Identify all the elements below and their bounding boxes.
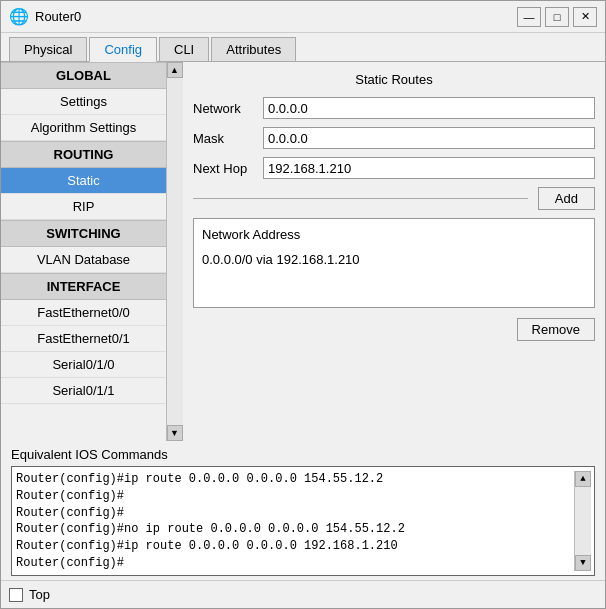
ios-line-4: Router(config)#ip route 0.0.0.0 0.0.0.0 … xyxy=(16,538,574,555)
minimize-button[interactable]: — xyxy=(517,7,541,27)
mask-input[interactable] xyxy=(263,127,595,149)
tab-physical[interactable]: Physical xyxy=(9,37,87,61)
add-button[interactable]: Add xyxy=(538,187,595,210)
ios-commands-label: Equivalent IOS Commands xyxy=(11,447,595,462)
sidebar-group-switching: SWITCHING xyxy=(1,220,166,247)
top-checkbox-item: Top xyxy=(9,587,50,602)
sidebar-scroll-track xyxy=(167,78,183,425)
tab-bar: Physical Config CLI Attributes xyxy=(1,33,605,62)
sidebar-scroll-up[interactable]: ▲ xyxy=(167,62,183,78)
panel-title: Static Routes xyxy=(193,72,595,87)
window-title: Router0 xyxy=(35,9,517,24)
ios-scroll-down[interactable]: ▼ xyxy=(575,555,591,571)
sidebar-group-interface: INTERFACE xyxy=(1,273,166,300)
top-checkbox-label: Top xyxy=(29,587,50,602)
main-window: 🌐 Router0 — □ ✕ Physical Config CLI Attr… xyxy=(0,0,606,609)
mask-row: Mask xyxy=(193,127,595,149)
sidebar-item-serial0-1-1[interactable]: Serial0/1/1 xyxy=(1,378,166,404)
sidebar-item-static[interactable]: Static xyxy=(1,168,166,194)
ios-commands-box: Router(config)#ip route 0.0.0.0 0.0.0.0 … xyxy=(11,466,595,576)
sidebar-item-fastethernet0-0[interactable]: FastEthernet0/0 xyxy=(1,300,166,326)
ios-scrollbar[interactable]: ▲ ▼ xyxy=(574,471,590,571)
tab-attributes[interactable]: Attributes xyxy=(211,37,296,61)
title-bar-buttons: — □ ✕ xyxy=(517,7,597,27)
app-icon: 🌐 xyxy=(9,7,29,27)
top-checkbox[interactable] xyxy=(9,588,23,602)
sidebar-item-serial0-1-0[interactable]: Serial0/1/0 xyxy=(1,352,166,378)
nexthop-input[interactable] xyxy=(263,157,595,179)
ios-line-2: Router(config)# xyxy=(16,505,574,522)
title-bar: 🌐 Router0 — □ ✕ xyxy=(1,1,605,33)
sidebar-group-global: GLOBAL xyxy=(1,62,166,89)
divider-row: Add xyxy=(193,187,595,210)
sidebar-inner: GLOBAL Settings Algorithm Settings ROUTI… xyxy=(1,62,166,441)
network-label: Network xyxy=(193,101,263,116)
remove-button[interactable]: Remove xyxy=(517,318,595,341)
network-address-box: Network Address 0.0.0.0/0 via 192.168.1.… xyxy=(193,218,595,308)
main-content: GLOBAL Settings Algorithm Settings ROUTI… xyxy=(1,62,605,441)
bottom-section: Equivalent IOS Commands Router(config)#i… xyxy=(1,441,605,580)
ios-line-0: Router(config)#ip route 0.0.0.0 0.0.0.0 … xyxy=(16,471,574,488)
divider-line xyxy=(193,198,528,199)
status-bar: Top xyxy=(1,580,605,608)
ios-scroll-track xyxy=(575,487,591,555)
sidebar-item-settings[interactable]: Settings xyxy=(1,89,166,115)
sidebar-scroll-down[interactable]: ▼ xyxy=(167,425,183,441)
network-row: Network xyxy=(193,97,595,119)
ios-commands-content: Router(config)#ip route 0.0.0.0 0.0.0.0 … xyxy=(16,471,574,571)
tab-cli[interactable]: CLI xyxy=(159,37,209,61)
right-panel: Static Routes Network Mask Next Hop Add … xyxy=(183,62,605,441)
sidebar-item-vlan-database[interactable]: VLAN Database xyxy=(1,247,166,273)
maximize-button[interactable]: □ xyxy=(545,7,569,27)
sidebar-item-rip[interactable]: RIP xyxy=(1,194,166,220)
sidebar-scrollbar[interactable]: ▲ ▼ xyxy=(166,62,182,441)
sidebar-item-fastethernet0-1[interactable]: FastEthernet0/1 xyxy=(1,326,166,352)
network-address-entry[interactable]: 0.0.0.0/0 via 192.168.1.210 xyxy=(202,250,586,269)
network-address-title: Network Address xyxy=(202,227,586,242)
remove-btn-row: Remove xyxy=(193,318,595,341)
network-input[interactable] xyxy=(263,97,595,119)
close-button[interactable]: ✕ xyxy=(573,7,597,27)
ios-line-5: Router(config)# xyxy=(16,555,574,571)
nexthop-label: Next Hop xyxy=(193,161,263,176)
nexthop-row: Next Hop xyxy=(193,157,595,179)
sidebar-group-routing: ROUTING xyxy=(1,141,166,168)
mask-label: Mask xyxy=(193,131,263,146)
ios-line-3: Router(config)#no ip route 0.0.0.0 0.0.0… xyxy=(16,521,574,538)
ios-scroll-up[interactable]: ▲ xyxy=(575,471,591,487)
tab-config[interactable]: Config xyxy=(89,37,157,62)
ios-line-1: Router(config)# xyxy=(16,488,574,505)
sidebar: GLOBAL Settings Algorithm Settings ROUTI… xyxy=(1,62,183,441)
sidebar-item-algorithm-settings[interactable]: Algorithm Settings xyxy=(1,115,166,141)
